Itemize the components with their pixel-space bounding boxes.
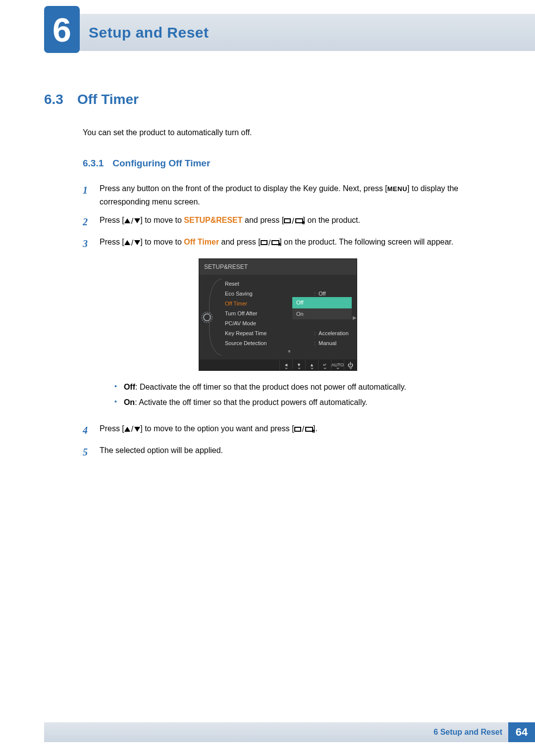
up-down-icon: / <box>124 214 140 228</box>
chapter-title: Setup and Reset <box>89 24 209 41</box>
up-down-icon: / <box>124 422 140 436</box>
section-number: 6.3 <box>44 92 63 107</box>
step-5: 5 The selected option will be applied. <box>83 444 481 460</box>
up-down-icon: / <box>124 236 140 250</box>
nav-enter-icon[interactable]: ↵ <box>318 359 331 370</box>
nav-auto-button[interactable]: AUTO <box>331 359 344 370</box>
subsection-heading: 6.3.1 Configuring Off Timer <box>83 156 481 171</box>
step-number: 3 <box>83 235 92 417</box>
nav-power-icon[interactable]: ⏻ <box>344 359 357 370</box>
step-1: 1 Press any button on the front of the p… <box>83 182 481 208</box>
select-icon: / <box>261 236 279 250</box>
off-label: Off <box>124 383 135 391</box>
step-list: 1 Press any button on the front of the p… <box>83 182 481 460</box>
chapter-number: 6 <box>53 10 71 49</box>
osd-item-key-repeat[interactable]: Key Repeat Time :Acceleration <box>225 328 354 338</box>
step-number: 2 <box>83 213 92 230</box>
select-icon: / <box>294 422 313 436</box>
step-4: 4 Press [/] to move to the option you wa… <box>83 422 481 439</box>
nav-back-icon[interactable]: ◄ <box>279 359 292 370</box>
step-body: Press [/] to move to Off Timer and press… <box>100 235 481 417</box>
page-header: Setup and Reset <box>44 14 535 51</box>
nav-up-icon[interactable]: ▲ <box>305 359 318 370</box>
step-2: 2 Press [/] to move to SETUP&RESET and p… <box>83 213 481 230</box>
nav-down-icon[interactable]: ▼ <box>292 359 305 370</box>
step-body: Press any button on the front of the pro… <box>100 182 481 208</box>
subsection-title: Configuring Off Timer <box>112 156 210 171</box>
bullet-icon: • <box>114 395 117 408</box>
step-body: Press [/] to move to SETUP&RESET and pre… <box>100 213 481 230</box>
osd-menu: SETUP&RESET Reset Eco S <box>199 258 357 371</box>
chapter-number-badge: 6 <box>44 6 80 53</box>
section-title: Off Timer <box>77 92 139 107</box>
step-body: Press [/] to move to the option you want… <box>100 422 481 439</box>
step-number: 5 <box>83 444 92 460</box>
osd-dropdown: Off On <box>292 297 352 319</box>
osd-item-pc-av-mode[interactable]: PC/AV Mode <box>225 318 354 328</box>
osd-option-off[interactable]: Off <box>292 297 352 308</box>
step-number: 4 <box>83 422 92 439</box>
step-body: The selected option will be applied. <box>100 444 481 460</box>
page-number-badge: 64 <box>508 722 535 742</box>
subsection-number: 6.3.1 <box>83 156 104 171</box>
chevron-right-icon: ▶ <box>353 313 357 321</box>
step-number: 1 <box>83 182 92 208</box>
off-timer-label: Off Timer <box>184 238 219 246</box>
footer-chapter-label: 6 Setup and Reset <box>433 728 502 737</box>
option-bullets: • Off: Deactivate the off timer so that … <box>114 380 481 410</box>
page-footer: 6 Setup and Reset 64 <box>44 722 535 742</box>
bullet-icon: • <box>114 380 117 393</box>
osd-title: SETUP&RESET <box>199 259 357 275</box>
osd-items: Reset Eco Saving :Off Off Timer : <box>215 275 357 359</box>
page-content: 6.3 Off Timer You can set the product to… <box>44 92 481 465</box>
step-3: 3 Press [/] to move to Off Timer and pre… <box>83 235 481 417</box>
chevron-down-icon: ▼ <box>225 348 354 355</box>
bullet-off: • Off: Deactivate the off timer so that … <box>114 380 481 395</box>
select-icon: / <box>284 214 303 228</box>
section-intro: You can set the product to automatically… <box>83 126 481 139</box>
on-label: On <box>124 398 135 406</box>
section-body: You can set the product to automatically… <box>83 126 481 460</box>
osd-item-source-detection[interactable]: Source Detection :Manual <box>225 338 354 348</box>
osd-item-reset[interactable]: Reset <box>225 279 354 289</box>
osd-nav-bar: ◄ ▼ ▲ ↵ AUTO ⏻ <box>199 359 357 370</box>
osd-option-on[interactable]: On <box>292 308 352 320</box>
setup-reset-label: SETUP&RESET <box>184 216 242 224</box>
menu-button-label: MENU <box>387 185 407 193</box>
osd-body: Reset Eco Saving :Off Off Timer : <box>199 275 357 359</box>
section-heading: 6.3 Off Timer <box>44 92 481 107</box>
bullet-on: • On: Activate the off timer so that the… <box>114 395 481 410</box>
page-number: 64 <box>516 726 528 739</box>
